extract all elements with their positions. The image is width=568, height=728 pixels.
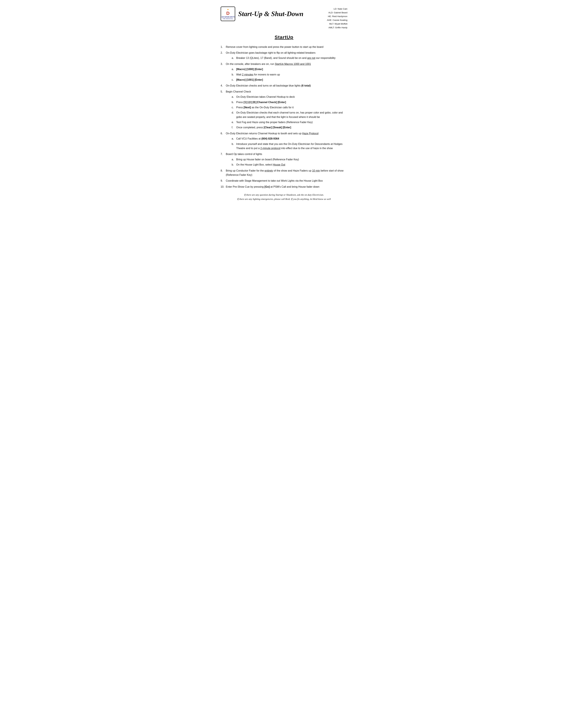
header-script-title: Start-Up & Shut-Down	[238, 10, 303, 18]
list-item-8: Bring up Conductor Fader for the entiret…	[221, 169, 347, 177]
item-8-plain: Bring up Conductor Fader for the	[226, 169, 264, 172]
sub-5c-bold: [Next]	[244, 106, 251, 109]
item-4-plain: On-Duty Electrician checks and turns on …	[226, 84, 301, 87]
crew-ahe: AHE: Cassie Keating	[327, 18, 347, 22]
main-content: Remove cover from lighting console and p…	[221, 45, 347, 201]
sub-7a-text: Bring up House fader on board (Reference…	[236, 158, 299, 161]
sub-5f-plain: Once completed, press	[236, 126, 264, 129]
list-item-5: Begin Channel Check On-Duty Electrician …	[221, 90, 347, 130]
crew-amlt: AMLT: Griffin Hardy	[327, 26, 347, 30]
sub-6a-bold: (804) 828-9364	[261, 137, 279, 140]
item-5-text: Begin Channel Check	[226, 90, 251, 93]
item-1-text: Remove cover from lighting console and p…	[226, 46, 323, 48]
list-item-4: On-Duty Electrician checks and turns on …	[221, 84, 347, 88]
logo-brand: ESCENDANTS	[221, 16, 235, 18]
sub-list-2: Breaker 13 (QLites), 17 (Band), and Soun…	[226, 56, 347, 60]
item-7-text: Board Op takes control of lights	[226, 153, 262, 155]
crew-he: HE: Reid Hardymon	[327, 15, 347, 18]
sub-item-5d: On-Duty Electrician checks that each cha…	[232, 111, 347, 119]
sub-list-6: Call VCU Facilities at (804) 828-9364 In…	[226, 137, 347, 150]
footer-line-2: If there are any lighting emergencies, p…	[221, 197, 347, 201]
item-6-plain: On-Duty Electrician returns Channel Hook…	[226, 132, 302, 135]
sub-3b-plain: Wait	[236, 73, 242, 76]
crew-ld: LD: Nate Cain	[327, 7, 347, 11]
sub-5d-text: On-Duty Electrician checks that each cha…	[236, 111, 343, 118]
item-8-underline: entirety	[264, 169, 273, 172]
sub-7b-underline: House Out	[273, 163, 285, 166]
sub-2a-plain: Breaker 13 (QLites), 17 (Band), and Soun…	[236, 57, 307, 59]
sub-6b-plain2: into effect due to the use of haze in th…	[280, 147, 333, 150]
sub-2a-plain2: our responsibility	[315, 57, 336, 59]
sub-list-3: [Macro] [1000] [Enter] Wait 2 minutes fo…	[226, 67, 347, 82]
sub-item-6a: Call VCU Facilities at (804) 828-9364	[232, 137, 347, 141]
sub-item-5b: Press [1] [@] [8] [Channel Check] [Enter…	[232, 100, 347, 104]
logo-d: D	[226, 11, 230, 16]
list-item-7: Board Op takes control of lights Bring u…	[221, 152, 347, 167]
sub-5c-plain: Press	[236, 106, 244, 109]
logo-sub: THE MUSICAL	[223, 18, 233, 20]
item-10-bold: [Go]	[264, 185, 270, 188]
item-10-plain: Enter Pre-Show Cue by pressing	[226, 185, 264, 188]
sub-5f-bold: [Clear] [Sneak] [Enter]	[264, 126, 291, 129]
sub-6b-underline: 2-minute protocol	[260, 147, 281, 150]
list-item-10: Enter Pre-Show Cue by pressing [Go] at P…	[221, 185, 347, 189]
item-10-plain2: at PSM's Call and bring House fader down	[270, 185, 319, 188]
page-title: StartUp	[221, 34, 347, 40]
crew-list: LD: Nate Cain ALD: Gabriel Beard HE: Rei…	[327, 7, 347, 30]
list-item-1: Remove cover from lighting console and p…	[221, 45, 347, 49]
item-3-plain: On the console, after breakers are on, r…	[226, 63, 275, 65]
sub-item-3c: [Macro] [1001] [Enter]	[232, 78, 347, 82]
sub-item-5c: Press [Next] as the On-Duty Electrician …	[232, 105, 347, 110]
sub-list-5: On-Duty Electrician takes Channel Hookup…	[226, 95, 347, 130]
sub-item-2a: Breaker 13 (QLites), 17 (Band), and Soun…	[232, 56, 347, 60]
sub-item-5a: On-Duty Electrician takes Channel Hookup…	[232, 95, 347, 99]
sub-2a-underline: are not	[307, 57, 315, 59]
page-header: ★ D ESCENDANTS THE MUSICAL Start-Up & Sh…	[221, 7, 347, 30]
list-item-2: On-Duty Electrician goes backstage right…	[221, 51, 347, 60]
sub-item-7b: On the House Light Box, select House Out	[232, 163, 347, 167]
item-3-underline: StartUp Macros 1000 and 1001	[275, 63, 311, 65]
main-list: Remove cover from lighting console and p…	[221, 45, 347, 189]
item-9-text: Coordinate with Stage Management to take…	[226, 179, 323, 182]
sub-5c-plain2: as the On-Duty Electrician calls for it	[251, 106, 294, 109]
item-8-underline2: 10 min	[312, 169, 320, 172]
list-item-6: On-Duty Electrician returns Channel Hook…	[221, 131, 347, 151]
footer: If there are any question during Startup…	[221, 193, 347, 201]
sub-5e-text: Test Fog and Haze using the proper fader…	[236, 121, 313, 124]
header-left: ★ D ESCENDANTS THE MUSICAL Start-Up & Sh…	[221, 7, 303, 21]
logo: ★ D ESCENDANTS THE MUSICAL	[221, 7, 235, 21]
sub-5a-text: On-Duty Electrician takes Channel Hookup…	[236, 95, 295, 98]
sub-3c-bold: [Macro] [1001] [Enter]	[236, 78, 263, 81]
item-6-underline: Haze Protocol	[302, 132, 319, 135]
sub-6a-plain: Call VCU Facilities at	[236, 137, 261, 140]
sub-3b-underline: 2 minutes	[242, 73, 253, 76]
crew-ald: ALD: Gabriel Beard	[327, 11, 347, 15]
sub-item-3a: [Macro] [1000] [Enter]	[232, 67, 347, 71]
item-8-plain2: of the show and Haze Faders up	[273, 169, 312, 172]
sub-item-3b: Wait 2 minutes for movers to warm up	[232, 73, 347, 77]
crew-mlt: MLT: Wyatt Moffett	[327, 22, 347, 26]
footer-line-1: If there are any question during Startup…	[221, 193, 347, 197]
sub-7b-plain: On the House Light Box, select	[236, 163, 273, 166]
list-item-3: On the console, after breakers are on, r…	[221, 62, 347, 82]
sub-item-6b: Introduce yourself and state that you ar…	[232, 142, 347, 151]
item-2-text: On-Duty Electrician goes backstage right…	[226, 51, 315, 54]
sub-3b-plain2: for movers to warm up	[253, 73, 280, 76]
sub-list-7: Bring up House fader on board (Reference…	[226, 157, 347, 167]
sub-5b-bold: [1] [@] [8] [Channel Check] [Enter]	[244, 101, 286, 104]
sub-3a-bold: [Macro] [1000] [Enter]	[236, 68, 263, 71]
logo-star: ★	[227, 8, 229, 11]
list-item-9: Coordinate with Stage Management to take…	[221, 179, 347, 183]
sub-item-7a: Bring up House fader on board (Reference…	[232, 157, 347, 162]
item-4-bold: (6 total)	[301, 84, 311, 87]
sub-item-5f: Once completed, press [Clear] [Sneak] [E…	[232, 125, 347, 130]
sub-5b-plain: Press	[236, 101, 244, 104]
sub-item-5e: Test Fog and Haze using the proper fader…	[232, 120, 347, 124]
